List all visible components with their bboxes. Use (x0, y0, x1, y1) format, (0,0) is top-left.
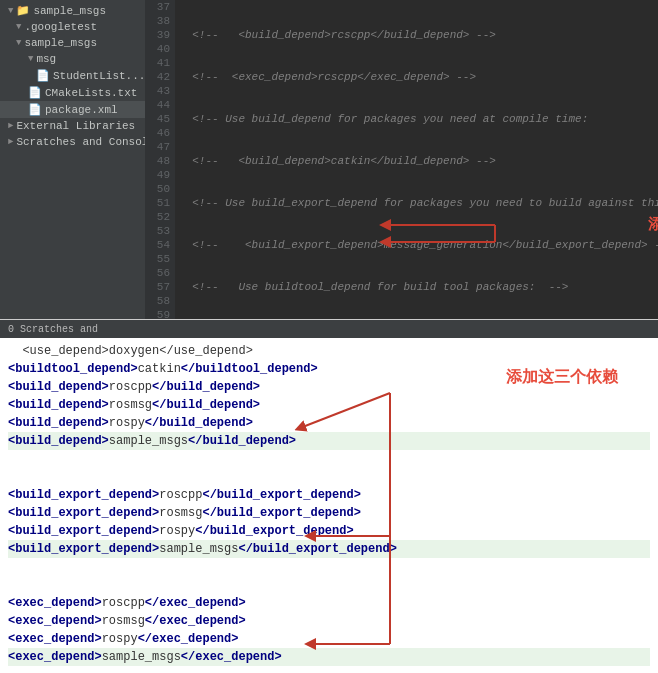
tree-package-xml-label: package.xml (45, 104, 118, 116)
lower-line-5: <build_depend>rospy</build_depend> (8, 414, 650, 432)
lower-line-17: <exec_depend>rospy</exec_depend> (8, 630, 650, 648)
lower-pane: 0 Scratches and <use_depend>doxygen</use… (0, 320, 658, 673)
cmake-icon: 📄 (28, 86, 42, 99)
lower-line-14 (8, 576, 650, 594)
tree-sample-msgs-label: sample_msgs (24, 37, 97, 49)
lower-line-18: <exec_depend>sample_msgs</exec_depend> (8, 648, 650, 666)
status-bar: 0 Scratches and (0, 320, 658, 338)
tree-root-label: sample_msgs (33, 5, 106, 17)
msg-expand-icon: ▼ (28, 54, 33, 64)
lower-line-4: <build_depend>rosmsg</build_depend> (8, 396, 650, 414)
tree-googletest[interactable]: ▼ .googletest (0, 19, 145, 35)
code-line-43: <!-- Use buildtool_depend for build tool… (179, 280, 658, 294)
tree-cmakelists[interactable]: 📄 CMakeLists.txt (0, 84, 145, 101)
lower-line-1: <use_depend>doxygen</use_depend> (8, 342, 650, 360)
root-folder-icon: 📁 (16, 4, 30, 17)
code-content[interactable]: <!-- <build_depend>rcscpp</build_depend>… (175, 0, 658, 319)
lower-line-13 (8, 558, 650, 576)
lower-line-2: <buildtool_depend>catkin</buildtool_depe… (8, 360, 650, 378)
code-line-40: <!-- <build_depend>catkin</build_depend>… (179, 154, 658, 168)
tree-sample_msgs-src[interactable]: ▼ sample_msgs (0, 35, 145, 51)
tree-external-libs[interactable]: ► External Libraries (0, 118, 145, 134)
tree-scratches-label: Scratches and Consoles (16, 136, 145, 148)
code-line-41: <!-- Use build_export_depend for package… (179, 196, 658, 210)
code-line-37: <!-- <build_depend>rcscpp</build_depend>… (179, 28, 658, 42)
tree-scratches[interactable]: ► Scratches and Consoles (0, 134, 145, 150)
ext-libs-icon: ► (8, 121, 13, 131)
code-line-42: <!-- <build_export_depend>message_genera… (179, 238, 658, 252)
tree-ext-libs-label: External Libraries (16, 120, 135, 132)
tree-package-xml[interactable]: 📄 package.xml (0, 101, 145, 118)
tree-msg-label: msg (36, 53, 56, 65)
lower-line-6: <build_depend>sample_msgs</build_depend> (8, 432, 650, 450)
scratches-icon: ► (8, 137, 13, 147)
lower-line-9: <build_export_depend>roscpp</build_expor… (8, 486, 650, 504)
googletest-icon: ▼ (16, 22, 21, 32)
sample-msgs-icon: ▼ (16, 38, 21, 48)
lower-code-area[interactable]: <use_depend>doxygen</use_depend> <buildt… (0, 338, 658, 673)
lower-line-11: <build_export_depend>rospy</build_export… (8, 522, 650, 540)
tree-googletest-label: .googletest (24, 21, 97, 33)
tree-root[interactable]: ▼ 📁 sample_msgs (0, 2, 145, 19)
tree-student-list[interactable]: 📄 StudentList... (0, 67, 145, 84)
file-tree: ▼ 📁 sample_msgs ▼ .googletest ▼ sample_m… (0, 0, 145, 319)
tree-msg-folder[interactable]: ▼ msg (0, 51, 145, 67)
root-expand-icon: ▼ (8, 6, 13, 16)
code-line-39: <!-- Use build_depend for packages you n… (179, 112, 658, 126)
code-area[interactable]: 37 38 39 40 41 42 43 44 45 46 47 48 49 5… (145, 0, 658, 319)
code-line-38: <!-- <exec_depend>rcscpp</exec_depend> -… (179, 70, 658, 84)
lower-line-7 (8, 450, 650, 468)
lower-line-16: <exec_depend>rosmsg</exec_depend> (8, 612, 650, 630)
editor-pane: ▼ 📁 sample_msgs ▼ .googletest ▼ sample_m… (0, 0, 658, 320)
line-numbers: 37 38 39 40 41 42 43 44 45 46 47 48 49 5… (145, 0, 175, 319)
lower-line-12: <build_export_depend>sample_msgs</build_… (8, 540, 650, 558)
scratches-label: 0 Scratches and (8, 324, 98, 335)
tree-student-list-label: StudentList... (53, 70, 145, 82)
upper-editor: 37 38 39 40 41 42 43 44 45 46 47 48 49 5… (145, 0, 658, 319)
lower-line-3: <build_depend>roscpp</build_depend> (8, 378, 650, 396)
lower-line-8 (8, 468, 650, 486)
student-list-icon: 📄 (36, 69, 50, 82)
lower-line-15: <exec_depend>roscpp</exec_depend> (8, 594, 650, 612)
tree-cmakelists-label: CMakeLists.txt (45, 87, 137, 99)
package-xml-icon: 📄 (28, 103, 42, 116)
lower-line-10: <build_export_depend>rosmsg</build_expor… (8, 504, 650, 522)
